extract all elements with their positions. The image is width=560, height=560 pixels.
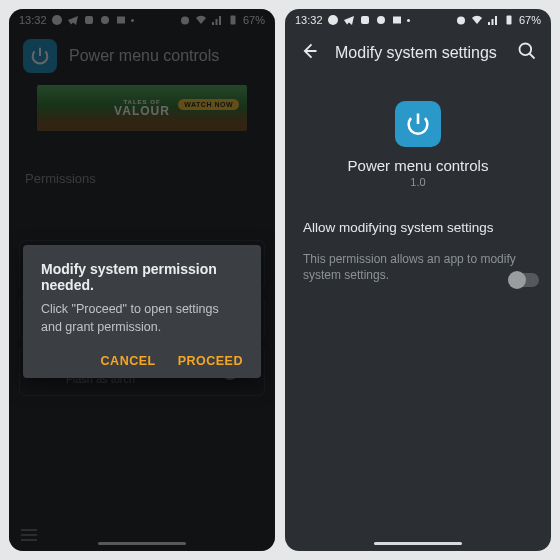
telegram-icon — [343, 14, 355, 26]
phone-right: 13:32 67% Modify system settings — [285, 9, 551, 551]
app-name: Power menu controls — [348, 157, 489, 174]
arrow-left-icon — [299, 41, 319, 61]
svg-point-15 — [520, 44, 532, 56]
cancel-button[interactable]: CANCEL — [101, 354, 156, 368]
phone-left: 13:32 67% Power menu controls TALES OF V… — [9, 9, 275, 551]
status-bar: 13:32 67% — [285, 9, 551, 31]
allow-modify-row[interactable]: Allow modifying system settings — [285, 198, 551, 245]
back-button[interactable] — [299, 41, 319, 65]
svg-point-11 — [377, 16, 385, 24]
battery-pct: 67% — [519, 14, 541, 26]
settings-header: Modify system settings — [285, 31, 551, 75]
wifi-icon — [471, 14, 483, 26]
status-time: 13:32 — [295, 14, 323, 26]
dialog-title: Modify system permission needed. — [41, 261, 243, 293]
app-info: Power menu controls 1.0 — [285, 75, 551, 198]
app-version: 1.0 — [410, 176, 425, 188]
nav-handle[interactable] — [374, 542, 462, 545]
search-icon — [517, 41, 537, 61]
instagram-icon — [359, 14, 371, 26]
permission-dialog: Modify system permission needed. Click "… — [23, 245, 261, 378]
svg-point-13 — [457, 17, 465, 25]
power-icon — [404, 110, 432, 138]
search-button[interactable] — [517, 41, 537, 65]
whatsapp-icon — [327, 14, 339, 26]
signal-icon — [487, 14, 499, 26]
settings-title: Modify system settings — [335, 44, 501, 62]
svg-point-9 — [328, 15, 338, 25]
allow-modify-label: Allow modifying system settings — [303, 220, 494, 235]
more-dot — [407, 19, 410, 22]
proceed-button[interactable]: PROCEED — [178, 354, 243, 368]
battery-icon — [503, 14, 515, 26]
dialog-body: Click "Proceed" to open settings and gra… — [41, 301, 243, 336]
toggle[interactable] — [509, 273, 539, 287]
svg-rect-10 — [361, 16, 369, 24]
app-icon — [395, 101, 441, 147]
camera-icon — [375, 14, 387, 26]
svg-rect-14 — [506, 16, 511, 25]
svg-rect-12 — [393, 17, 401, 24]
image-icon — [391, 14, 403, 26]
alarm-icon — [455, 14, 467, 26]
